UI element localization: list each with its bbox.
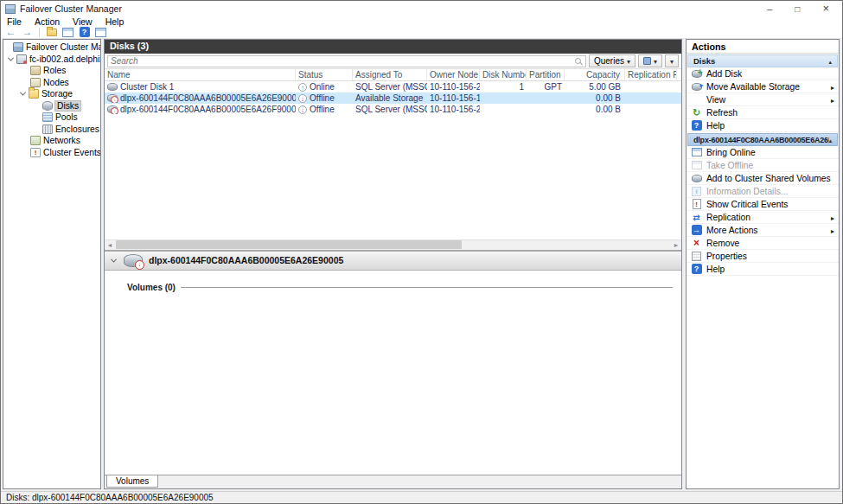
pools-icon	[42, 112, 53, 122]
column-header-capacity[interactable]: Capacity	[565, 69, 625, 80]
replication-icon	[691, 212, 702, 222]
back-icon[interactable]	[4, 27, 17, 38]
console-tree-icon[interactable]	[45, 27, 58, 38]
search-row: Queries	[105, 54, 681, 69]
expand-chevron-icon[interactable]	[8, 56, 14, 62]
queries-dropdown[interactable]: Queries	[589, 54, 635, 67]
table-row[interactable]: dlpx-600144F0C80AAA6B00005E6A26F90006 Of…	[105, 104, 681, 115]
submenu-arrow-icon	[831, 213, 834, 222]
search-input[interactable]	[111, 56, 575, 66]
actions-section-selected-disk[interactable]: dlpx-600144F0C80AAA6B00005E6A26E90005	[687, 133, 838, 146]
take-offline-icon	[691, 160, 702, 170]
tree-item-cluster[interactable]: fc-ib002.ad.delphix.com	[3, 54, 100, 66]
tree-item-disks[interactable]: Disks	[3, 100, 100, 112]
submenu-arrow-icon	[831, 82, 834, 92]
disk-icon	[42, 101, 53, 111]
pane-title: Disks (3)	[105, 40, 681, 54]
offline-status-icon	[298, 105, 307, 114]
save-query-dropdown[interactable]	[638, 54, 662, 67]
status-bar: Disks: dlpx-600144F0C80AAA6B00005E6A26E9…	[1, 491, 842, 503]
tree-item-roles[interactable]: Roles	[3, 65, 100, 77]
action-more-actions[interactable]: More Actions	[687, 224, 839, 237]
action-add-to-cluster-shared-volumes[interactable]: Add to Cluster Shared Volumes	[687, 172, 839, 185]
networks-icon	[30, 136, 41, 145]
column-header-assigned-to[interactable]: Assigned To	[353, 69, 427, 80]
horizontal-scrollbar[interactable]: ◄ ►	[105, 239, 681, 250]
detail-pane-header: dlpx-600144F0C80AAA6B00005E6A26E90005	[105, 250, 681, 271]
action-remove[interactable]: Remove	[687, 237, 839, 250]
collapse-detail-chevron-icon[interactable]	[110, 257, 118, 265]
action-show-critical-events[interactable]: Show Critical Events	[687, 198, 839, 211]
minimize-button[interactable]	[767, 4, 772, 14]
tree-item-cluster-events[interactable]: Cluster Events	[3, 147, 100, 159]
scroll-left-icon[interactable]: ◄	[105, 239, 115, 250]
actions-header: Actions	[687, 40, 839, 54]
disk-offline-icon	[124, 254, 143, 267]
critical-events-icon	[691, 199, 702, 209]
table-header-row: Name Status Assigned To Owner Node Disk …	[105, 69, 681, 81]
tree-item-enclosures[interactable]: Enclosures	[3, 124, 100, 136]
actions-section-disks[interactable]: Disks	[687, 54, 838, 67]
window-controls	[767, 3, 838, 14]
column-header-owner-node[interactable]: Owner Node	[427, 69, 480, 80]
action-help[interactable]: Help	[687, 119, 839, 132]
collapse-icon[interactable]	[829, 136, 832, 144]
tree-item-networks[interactable]: Networks	[3, 135, 100, 147]
tab-volumes[interactable]: Volumes	[106, 475, 158, 488]
disks-table: Name Status Assigned To Owner Node Disk …	[105, 69, 681, 239]
disk-icon	[107, 83, 118, 91]
window-icon[interactable]	[61, 27, 74, 38]
submenu-arrow-icon	[831, 95, 834, 105]
refresh-icon	[691, 107, 702, 118]
column-header-disk-number[interactable]: Disk Number	[480, 69, 527, 80]
tree-item-pools[interactable]: Pools	[3, 112, 100, 124]
action-move-available-storage[interactable]: Move Available Storage	[687, 80, 839, 93]
column-header-partition-style[interactable]: Partition Style	[527, 69, 565, 80]
maximize-button[interactable]	[795, 4, 800, 14]
forward-icon[interactable]	[21, 27, 34, 38]
new-window-icon[interactable]	[94, 27, 107, 38]
expand-search-button[interactable]	[665, 54, 679, 67]
column-header-name[interactable]: Name	[105, 69, 296, 80]
action-bring-online[interactable]: Bring Online	[687, 146, 839, 159]
action-take-offline: Take Offline	[687, 159, 839, 172]
add-disk-icon	[691, 68, 702, 79]
action-help-2[interactable]: Help	[687, 263, 839, 276]
action-properties[interactable]: Properties	[687, 250, 839, 263]
table-row[interactable]: Cluster Disk 1 Online SQL Server (MSSQLS…	[105, 81, 681, 93]
column-header-replication-role[interactable]: Replication Role	[625, 69, 677, 80]
bring-online-icon	[691, 147, 702, 157]
detail-pane-body: Volumes (0)	[105, 271, 681, 475]
remove-icon	[691, 238, 702, 248]
scrollbar-thumb[interactable]	[116, 240, 462, 249]
collapse-icon[interactable]	[828, 56, 832, 66]
action-refresh[interactable]: Refresh	[687, 106, 839, 119]
action-add-disk[interactable]: Add Disk	[687, 67, 839, 80]
table-row-selected[interactable]: dlpx-600144F0C80AAA6B00005E6A26E90005 Of…	[105, 93, 681, 104]
help-icon	[691, 264, 702, 274]
menu-view[interactable]: View	[73, 16, 93, 27]
tree-item-storage[interactable]: Storage	[3, 88, 100, 100]
chevron-down-icon	[627, 56, 630, 66]
expand-chevron-icon[interactable]	[20, 91, 26, 97]
workspace: Failover Cluster Manager fc-ib002.ad.del…	[1, 39, 842, 491]
menu-action[interactable]: Action	[35, 16, 60, 27]
scroll-right-icon[interactable]: ►	[671, 239, 681, 250]
tree-item-failover-cluster-manager[interactable]: Failover Cluster Manager	[3, 41, 100, 54]
cluster-events-icon	[30, 148, 41, 157]
cluster-icon	[16, 54, 27, 64]
menu-help[interactable]: Help	[105, 16, 125, 27]
close-button[interactable]	[822, 3, 829, 14]
column-header-status[interactable]: Status	[296, 69, 353, 80]
help-icon[interactable]	[78, 27, 91, 38]
action-replication[interactable]: Replication	[687, 211, 839, 224]
tree-item-nodes[interactable]: Nodes	[3, 77, 100, 89]
console-tree: Failover Cluster Manager fc-ib002.ad.del…	[3, 39, 101, 489]
more-actions-icon	[691, 225, 702, 235]
action-view[interactable]: View	[687, 93, 839, 106]
information-icon	[691, 186, 702, 196]
search-box	[107, 55, 586, 67]
detail-tab-row: Volumes	[105, 475, 681, 488]
toolbar	[1, 27, 842, 39]
save-icon	[643, 57, 651, 65]
